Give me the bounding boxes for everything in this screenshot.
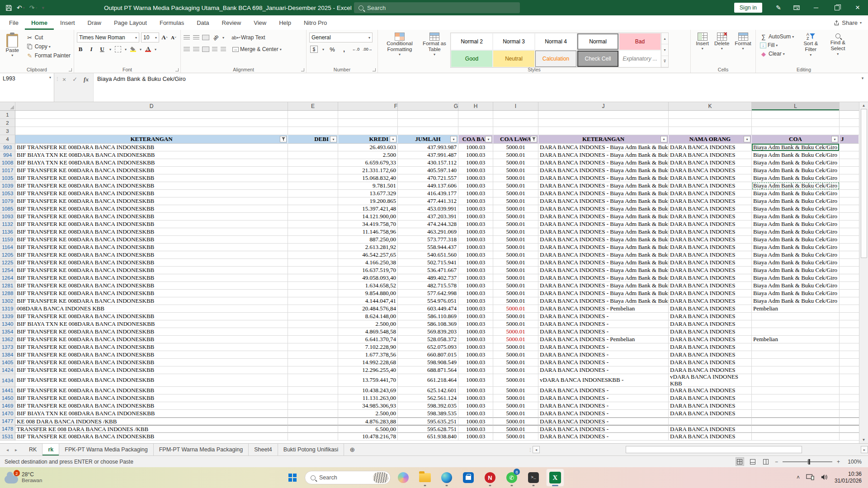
row-header[interactable]: 1281 [0,282,15,290]
row-header[interactable]: 1362 [0,336,15,343]
cell-l[interactable] [752,418,840,425]
cell-j[interactable]: DARA BANCA INDONES - Pembelian [538,305,669,313]
cell-i[interactable]: 5000.01 [493,297,538,305]
taskbar-clock[interactable]: 10:36 31/01/2026 [835,471,862,484]
cell-m[interactable] [840,259,859,267]
filter-header-i[interactable]: COA LAWA [493,135,538,144]
zoom-out-button[interactable]: − [775,459,778,465]
cell-d[interactable]: BIF TRANSFER KE 008DARA BANCA INDONESKBB [15,374,288,387]
borders-icon[interactable] [115,46,121,52]
filter-header-e[interactable]: DEBI▾ [288,135,338,144]
cell-k[interactable]: DARA BANCA INDONES [669,174,752,182]
cell-d[interactable]: BIF BIAYA TXN KE 008DARA BANCA INDONESKB… [15,151,288,159]
insert-cells-button[interactable]: Insert▾ [693,32,711,52]
cell-g[interactable]: 651.938.840 [398,433,458,441]
cell-j[interactable]: DARA BANCA INDONES - Biaya Adm Bank & Bu… [538,144,669,151]
tray-chevron-icon[interactable]: ˄ [797,474,800,481]
column-header-I[interactable]: I [493,102,538,110]
cell-m[interactable] [840,151,859,159]
cell-g[interactable]: 661.218.464 [398,374,458,387]
format-painter-button[interactable]: ✎Format Painter [25,52,72,60]
row-header[interactable]: 1340 [0,320,15,328]
cell-i[interactable]: 5000.01 [493,205,538,213]
cell-k[interactable]: DARA BANCA INDONES [669,351,752,359]
cell-k[interactable]: DARA BANCA INDONES [669,366,752,374]
ribbon-tab-help[interactable]: Help [273,15,297,30]
cell-m[interactable] [840,433,859,441]
ribbon-tab-formulas[interactable]: Formulas [153,15,190,30]
cell-e[interactable] [288,159,338,167]
cell-f[interactable]: 10.478.216,78 [338,433,398,441]
cell-d[interactable] [15,127,288,135]
cell-i[interactable]: 5000.01 [493,366,538,374]
filter-header-h[interactable]: COA BAN▾ [458,135,493,144]
cell-m[interactable] [840,244,859,251]
cell-g[interactable]: 437.991.487 [398,151,458,159]
cell-g[interactable]: 437.993.987 [398,144,458,151]
cell-d[interactable]: BIF TRANSFER KE 008DARA BANCA INDONESKBB [15,244,288,251]
cell-m[interactable] [840,402,859,410]
cell-d[interactable]: BIF TRANSFER KE 008DARA BANCA INDONESKBB [15,297,288,305]
cell-d[interactable]: BIF TRANSFER KE 008DARA BANCA INDONESKBB [15,144,288,151]
cell-d[interactable]: BIF TRANSFER KE 008DARA BANCA INDONESKBB [15,359,288,366]
cell-k[interactable]: DARA BANCA INDONES [669,297,752,305]
restore-button[interactable] [826,0,847,15]
undo-button[interactable]: ↶▾ [17,4,25,11]
filter-dropdown-icon[interactable]: ▾ [485,136,492,142]
row-header[interactable]: 1354 [0,328,15,336]
cell-f[interactable]: 21.331.172,60 [338,167,398,174]
cell-k[interactable]: DARA BANCA INDONES [669,144,752,151]
cell-d[interactable]: BIF TRANSFER KE 008DARA BANCA INDONESKBB [15,259,288,267]
cell-m[interactable] [840,236,859,244]
row-header[interactable]: 1288 [0,290,15,297]
page-layout-view-button[interactable] [749,457,757,466]
row-header[interactable]: 1039 [0,182,15,190]
cell-j[interactable]: DARA BANCA INDONES - [538,425,669,433]
cell-d[interactable]: BIF BIAYA TXN KE 008DARA BANCA INDONESKB… [15,320,288,328]
cell-k[interactable]: DARA BANCA INDONES [669,359,752,366]
cell-j[interactable]: DARA BANCA INDONES - [538,328,669,336]
ribbon-tab-draw[interactable]: Draw [81,15,108,30]
row-header[interactable]: 1017 [0,167,15,174]
cell-l[interactable] [752,410,840,418]
cell-g[interactable]: 586.108.369 [398,320,458,328]
taskbar-app-explorer[interactable] [416,469,434,487]
cell-g[interactable]: 625.142.601 [398,387,458,394]
cell-h[interactable]: 1000.03 [458,402,493,410]
filter-header-j[interactable]: KETERANGAN▾ [538,135,669,144]
cell-e[interactable] [288,119,338,127]
row-header[interactable]: 1254 [0,267,15,274]
cell-m[interactable] [840,274,859,282]
row-header[interactable]: 1035 [0,174,15,182]
cell-j[interactable]: DARA BANCA INDONES - Biaya Adm Bank & Bu… [538,274,669,282]
cell-e[interactable] [288,127,338,135]
cell-e[interactable] [288,236,338,244]
ribbon-tab-review[interactable]: Review [216,15,248,30]
cell-h[interactable]: 1000.03 [458,328,493,336]
row-header[interactable]: 1405 [0,359,15,366]
filter-dropdown-icon[interactable]: ▾ [450,136,457,142]
cell-l[interactable]: Pembelian [752,336,840,343]
cell-j[interactable]: DARA BANCA INDONES - [538,313,669,320]
sort-filter-button[interactable]: AZ Sort & Filter▾ [798,32,823,58]
cell-l[interactable] [752,394,840,402]
cell-j[interactable]: DARA BANCA INDONES - Biaya Adm Bank & Bu… [538,282,669,290]
cell-m[interactable] [840,197,859,205]
cell-m[interactable] [840,127,859,135]
cell-i[interactable]: 5000.01 [493,374,538,387]
cell-e[interactable] [288,305,338,313]
align-center-icon[interactable] [193,47,199,52]
gallery-up-icon[interactable]: ▴ [661,33,668,44]
row-header[interactable]: 1470 [0,410,15,418]
cell-m[interactable] [840,425,859,433]
cell-i[interactable]: 5000.01 [493,151,538,159]
cell-e[interactable] [288,387,338,394]
cell-d[interactable]: BIF TRANSFER KE 008DARA BANCA INDONESKBB [15,313,288,320]
cell-i[interactable]: 5000.01 [493,182,538,190]
volume-icon[interactable] [821,474,828,482]
cell-l[interactable]: Biaya Adm Bank & Buku Cek/Giro [752,213,840,221]
alignment-dialog-launcher[interactable] [301,68,304,71]
cell-g[interactable]: 562.561.124 [398,394,458,402]
cell-f[interactable]: 15.397.421,48 [338,205,398,213]
cell-j[interactable]: DARA BANCA INDONES - [538,343,669,351]
